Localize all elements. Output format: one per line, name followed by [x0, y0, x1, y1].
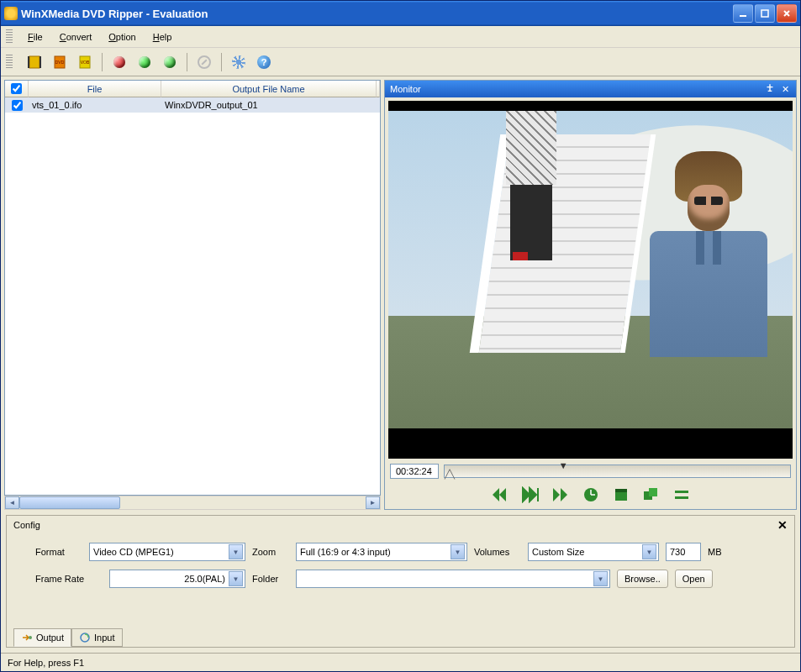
seek-row: 00:32:24 ▼ ╱╲ — [385, 462, 796, 480]
label-folder: Folder — [252, 574, 289, 584]
scroll-left-button[interactable]: ◄ — [5, 496, 19, 509]
window-controls — [733, 4, 797, 23]
row-checkbox[interactable] — [12, 100, 23, 111]
svg-rect-11 — [615, 489, 627, 492]
svg-text:VOB: VOB — [81, 60, 90, 65]
tab-output[interactable]: Output — [13, 628, 71, 647]
chapter-button[interactable] — [671, 486, 693, 504]
toolbar-separator — [187, 53, 187, 71]
fastforward-button[interactable] — [550, 486, 572, 504]
open-file-button[interactable] — [24, 52, 45, 72]
chevron-down-icon: ▼ — [229, 544, 243, 559]
pin-icon[interactable] — [764, 83, 776, 95]
minimize-button[interactable] — [733, 4, 753, 23]
header-extra[interactable] — [377, 81, 380, 97]
config-panel: Config ✕ Format Video CD (MPEG1)▼ Zoom F… — [6, 515, 795, 648]
seek-marker-icon[interactable]: ▼ — [559, 460, 568, 470]
video-preview[interactable] — [388, 101, 793, 459]
app-icon — [4, 7, 18, 20]
cell-file: vts_01_0.ifo — [29, 100, 161, 110]
open-button[interactable]: Open — [675, 570, 713, 588]
folder-combo[interactable]: ▼ — [296, 570, 610, 588]
file-list-panel: File Output File Name vts_01_0.ifo WinxD… — [4, 80, 381, 510]
prev-button[interactable] — [489, 486, 511, 504]
titlebar[interactable]: WinXMedia DVD Ripper - Evaluation — [1, 1, 800, 26]
zoom-combo[interactable]: Full (16:9 or 4:3 input)▼ — [296, 543, 467, 561]
monitor-box: Monitor ✕ — [384, 80, 797, 510]
monitor-close-icon[interactable]: ✕ — [779, 83, 791, 95]
seek-handle-icon[interactable]: ╱╲ — [445, 470, 455, 479]
app-window: WinXMedia DVD Ripper - Evaluation File C… — [0, 0, 801, 672]
label-framerate: Frame Rate — [35, 574, 103, 584]
label-volumes: Volumes — [474, 547, 521, 557]
monitor-titlebar[interactable]: Monitor ✕ — [385, 81, 796, 97]
config-row-1: Format Video CD (MPEG1)▼ Zoom Full (16:9… — [35, 543, 781, 561]
label-zoom: Zoom — [252, 547, 289, 557]
config-body: Format Video CD (MPEG1)▼ Zoom Full (16:9… — [7, 534, 794, 628]
next-button[interactable] — [519, 486, 541, 504]
config-titlebar: Config ✕ — [7, 516, 794, 534]
monitor-panel: Monitor ✕ — [384, 80, 797, 510]
table-row[interactable]: vts_01_0.ifo WinxDVDR_output_01 — [5, 97, 380, 113]
help-icon: ? — [257, 55, 271, 69]
open-vob-button[interactable]: VOB — [75, 52, 95, 72]
svg-rect-1 — [761, 10, 768, 17]
play-button[interactable] — [134, 52, 155, 72]
label-format: Format — [35, 547, 82, 557]
help-button[interactable]: ? — [254, 52, 274, 72]
format-combo[interactable]: Video CD (MPEG1)▼ — [89, 543, 245, 561]
select-all-checkbox[interactable] — [11, 83, 22, 94]
close-button[interactable] — [777, 4, 797, 23]
cell-output: WinxDVDR_output_01 — [161, 100, 377, 110]
toolbar-grip[interactable] — [6, 55, 13, 70]
chevron-down-icon: ▼ — [593, 571, 608, 586]
maximize-button[interactable] — [755, 4, 775, 23]
config-close-icon[interactable]: ✕ — [777, 518, 788, 532]
file-table: File Output File Name vts_01_0.ifo WinxD… — [4, 80, 381, 496]
header-checkbox[interactable] — [5, 81, 29, 97]
scroll-thumb[interactable] — [19, 496, 120, 509]
svg-rect-15 — [675, 496, 688, 499]
menu-help[interactable]: Help — [145, 29, 181, 45]
stop-button[interactable] — [194, 52, 214, 72]
gear-icon — [232, 55, 245, 69]
toolbar-separator — [221, 53, 222, 71]
mark-out-button[interactable] — [640, 486, 662, 504]
open-dvd-button[interactable]: DVD — [50, 52, 70, 72]
horizontal-scrollbar[interactable]: ◄ ► — [4, 496, 381, 510]
convert-button[interactable] — [160, 52, 180, 72]
menubar-grip[interactable] — [6, 29, 13, 45]
menu-option[interactable]: Option — [100, 29, 144, 45]
snapshot-button[interactable] — [580, 486, 602, 504]
svg-rect-0 — [740, 15, 746, 17]
svg-rect-4 — [40, 56, 41, 68]
record-button[interactable] — [109, 52, 129, 72]
menu-file[interactable]: File — [19, 29, 51, 45]
mark-in-button[interactable] — [610, 486, 632, 504]
input-icon — [79, 632, 91, 643]
header-output[interactable]: Output File Name — [161, 81, 377, 97]
browse-button[interactable]: Browse.. — [617, 570, 668, 588]
stop-icon — [198, 55, 211, 69]
scroll-right-button[interactable]: ► — [366, 496, 380, 509]
monitor-title: Monitor — [390, 84, 761, 94]
menu-convert[interactable]: Convert — [51, 29, 101, 45]
svg-rect-14 — [675, 491, 688, 493]
scroll-track[interactable] — [19, 496, 366, 509]
framerate-combo[interactable]: 25.0(PAL)▼ — [109, 570, 245, 588]
toolbar: DVD VOB ? — [1, 48, 800, 76]
transport-controls — [385, 480, 796, 509]
settings-button[interactable] — [229, 52, 249, 72]
volume-size-input[interactable] — [666, 543, 701, 561]
svg-point-16 — [29, 636, 32, 639]
seek-slider[interactable]: ▼ ╱╲ — [444, 465, 791, 478]
config-title: Config — [13, 520, 777, 530]
svg-text:DVD: DVD — [55, 60, 65, 65]
tab-input[interactable]: Input — [71, 628, 122, 647]
toolbar-separator — [102, 53, 103, 71]
chevron-down-icon: ▼ — [229, 571, 243, 586]
volumes-combo[interactable]: Custom Size▼ — [528, 543, 659, 561]
statusbar: For Help, press F1 — [1, 653, 800, 671]
video-frame — [388, 101, 793, 459]
header-file[interactable]: File — [29, 81, 161, 97]
